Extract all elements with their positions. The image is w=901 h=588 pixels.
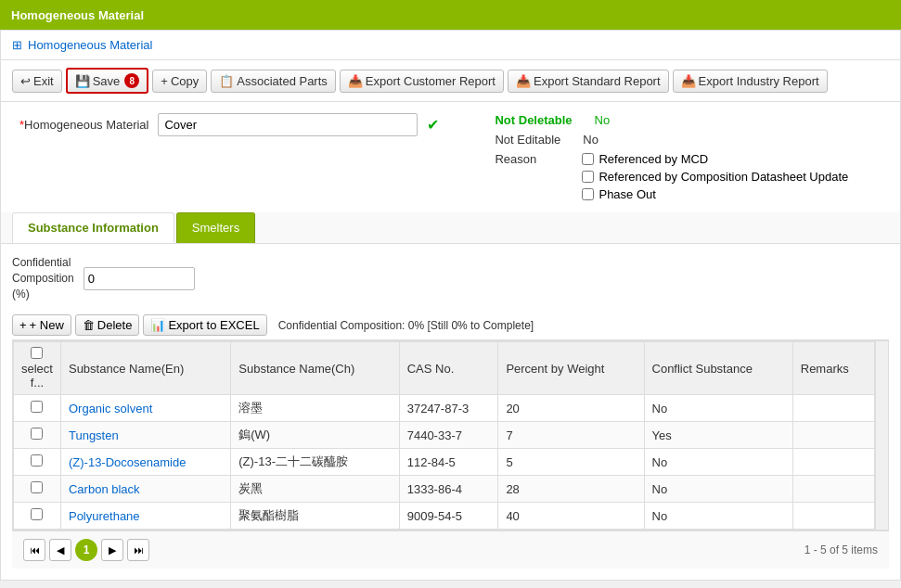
row-name-en: Carbon black <box>60 476 230 503</box>
row-checkbox[interactable] <box>31 428 43 440</box>
title-bar-text: Homogeneous Material <box>11 8 144 22</box>
not-deletable-value: No <box>595 113 611 127</box>
row-conflict: No <box>644 449 792 476</box>
not-deletable-label: Not Deletable <box>495 113 572 127</box>
row-checkbox[interactable] <box>31 454 43 467</box>
not-editable-row: Not Editable No <box>495 133 848 147</box>
row-remarks <box>792 449 874 476</box>
delete-button[interactable]: 🗑 Delete <box>75 314 140 336</box>
table-row: Carbon black 炭黑 1333-86-4 28 No <box>14 476 875 503</box>
tabs-container: Substance Information Smelters <box>1 212 900 244</box>
delete-icon: 🗑 <box>83 318 95 332</box>
toolbar: ↩ Exit 💾 Save 8 + Copy 📋 Associated Part… <box>1 60 900 102</box>
row-name-ch: 鎢(W) <box>231 422 399 449</box>
breadcrumb-icon: ⊞ <box>12 38 22 52</box>
homogeneous-material-input[interactable] <box>158 113 418 136</box>
right-form: Not Deletable No Not Editable No Reason … <box>495 113 848 201</box>
new-button[interactable]: + + New <box>12 314 71 336</box>
row-checkbox[interactable] <box>31 508 43 520</box>
checkbox-composition-input[interactable] <box>582 171 594 183</box>
next-page-button[interactable]: ▶ <box>101 539 123 561</box>
prev-page-button[interactable]: ◀ <box>49 539 71 561</box>
exit-icon: ↩ <box>20 74 31 88</box>
last-page-button[interactable]: ⏭ <box>127 539 149 561</box>
row-checkbox[interactable] <box>31 401 43 413</box>
name-en-link[interactable]: (Z)-13-Docosenamide <box>69 455 186 469</box>
sub-toolbar: + + New 🗑 Delete 📊 Export to EXCEL Confi… <box>12 311 889 340</box>
confidential-composition-row: ConfidentialComposition(%) <box>12 255 889 301</box>
not-editable-value: No <box>583 133 599 147</box>
tab-substance-information[interactable]: Substance Information <box>12 212 174 243</box>
name-en-link[interactable]: Tungsten <box>69 428 119 442</box>
row-cas: 37247-87-3 <box>399 395 498 422</box>
row-conflict: No <box>644 503 792 530</box>
name-en-link[interactable]: Polyurethane <box>69 509 140 523</box>
table-row: Polyurethane 聚氨酯樹脂 9009-54-5 40 No <box>14 503 875 530</box>
checkbox-phaseout[interactable]: Phase Out <box>582 187 848 201</box>
row-remarks <box>792 503 874 530</box>
table-row: (Z)-13-Docosenamide (Z)-13-二十二碳醯胺 112-84… <box>14 449 875 476</box>
row-cas: 9009-54-5 <box>399 503 498 530</box>
tabs: Substance Information Smelters <box>12 212 889 243</box>
col-header-remarks: Remarks <box>792 342 874 395</box>
col-header-name-en: Substance Name(En) <box>60 342 230 395</box>
substance-table: select f... Substance Name(En) Substance… <box>13 341 875 530</box>
table-row: Organic solvent 溶墨 37247-87-3 20 No <box>14 395 875 422</box>
row-checkbox-cell <box>14 503 61 530</box>
row-name-en: (Z)-13-Docosenamide <box>60 449 230 476</box>
row-cas: 112-84-5 <box>399 449 498 476</box>
row-cas: 7440-33-7 <box>399 422 498 449</box>
row-cas: 1333-86-4 <box>399 476 498 503</box>
name-en-link[interactable]: Organic solvent <box>69 402 152 415</box>
save-icon: 💾 <box>75 74 90 88</box>
export-customer-button[interactable]: 📥 Export Customer Report <box>340 70 504 93</box>
export-industry-button[interactable]: 📥 Export Industry Report <box>673 70 828 93</box>
not-editable-label: Not Editable <box>495 133 560 147</box>
export-excel-button[interactable]: 📊 Export to EXCEL <box>143 314 266 336</box>
export-industry-icon: 📥 <box>681 74 696 88</box>
badge-8: 8 <box>124 73 139 88</box>
row-name-ch: (Z)-13-二十二碳醯胺 <box>231 449 399 476</box>
row-checkbox-cell <box>14 476 61 503</box>
tab-content: ConfidentialComposition(%) + + New 🗑 Del… <box>1 244 900 580</box>
left-form: *Homogeneous Material ✔ <box>19 113 439 136</box>
row-percent: 40 <box>498 503 644 530</box>
page-info-text: 1 - 5 of 5 items <box>804 543 878 556</box>
col-header-conflict: Conflict Substance <box>644 342 792 395</box>
valid-checkmark-icon: ✔ <box>427 116 439 134</box>
select-all-checkbox[interactable] <box>31 347 43 359</box>
checkbox-mcd-input[interactable] <box>582 153 594 165</box>
toolbar-info-text: Confidential Composition: 0% [Still 0% t… <box>278 319 534 332</box>
checkbox-composition[interactable]: Referenced by Composition Datasheet Upda… <box>582 170 848 184</box>
conf-comp-input[interactable] <box>84 267 195 290</box>
scrollbar[interactable] <box>875 341 888 530</box>
row-conflict: No <box>644 476 792 503</box>
substance-table-inner: select f... Substance Name(En) Substance… <box>13 341 875 530</box>
copy-button[interactable]: + Copy <box>152 70 207 93</box>
row-name-ch: 溶墨 <box>231 395 399 422</box>
page-nav: ⏮ ◀ 1 ▶ ⏭ <box>23 539 149 561</box>
main-container: ⊞ Homogeneous Material ↩ Exit 💾 Save 8 +… <box>0 30 901 581</box>
not-deletable-row: Not Deletable No <box>495 113 848 127</box>
row-checkbox-cell <box>14 395 61 422</box>
export-standard-button[interactable]: 📥 Export Standard Report <box>508 70 669 93</box>
row-name-en: Tungsten <box>60 422 230 449</box>
tab-smelters[interactable]: Smelters <box>176 212 255 243</box>
checkbox-mcd[interactable]: Referenced by MCD <box>582 152 848 166</box>
save-button[interactable]: 💾 Save 8 <box>66 68 149 94</box>
export-standard-icon: 📥 <box>516 74 531 88</box>
exit-button[interactable]: ↩ Exit <box>12 70 62 93</box>
checkbox-phaseout-input[interactable] <box>582 188 594 200</box>
col-header-cas: CAS No. <box>399 342 498 395</box>
row-conflict: Yes <box>644 422 792 449</box>
name-en-link[interactable]: Carbon black <box>69 482 140 496</box>
table-row: Tungsten 鎢(W) 7440-33-7 7 Yes <box>14 422 875 449</box>
first-page-button[interactable]: ⏮ <box>23 539 45 561</box>
export-excel-icon: 📊 <box>150 318 165 332</box>
row-percent: 7 <box>498 422 644 449</box>
associated-parts-button[interactable]: 📋 Associated Parts <box>211 70 336 93</box>
reason-checkboxes: Referenced by MCD Referenced by Composit… <box>582 152 848 201</box>
homogeneous-material-label: *Homogeneous Material <box>19 118 148 132</box>
row-checkbox[interactable] <box>31 481 43 493</box>
breadcrumb-text: Homogeneous Material <box>28 38 152 52</box>
